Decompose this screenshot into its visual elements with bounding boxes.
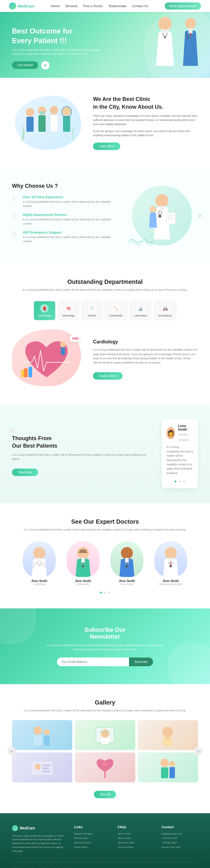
why-title-2: Highly Experienced Doctors [23,213,117,216]
footer-logo-text: MedCare [20,826,35,830]
dept-tab-laboratory[interactable]: 🔬 Laboratory [130,301,152,320]
svg-point-34 [82,565,84,567]
footer-phone-1[interactable]: + 00 000 1234 [161,837,198,840]
dept-tab-neurology-label: Neurology [62,314,75,317]
dept-heading: Outstanding Departmental [12,278,198,285]
view-more-testimonials-button[interactable]: View More [12,469,38,476]
dept-tab-neurology[interactable]: 🧠 Neurology [58,301,79,320]
dot-2[interactable] [179,480,181,483]
doctor-4-svg [156,544,186,577]
testimonial-left: " Thoughts From Our Best Patients It is … [12,432,153,476]
gallery-img-2-svg [90,723,120,747]
doctor-specialty-2: Orthopedic [63,583,103,586]
nav-find-doctor[interactable]: Find a Doctor [83,4,103,8]
learn-more-button[interactable]: Learn More [93,143,120,150]
neurology-icon: 🧠 [64,304,73,313]
doctor-specialty-4: Medicine Specialist [151,583,190,586]
footer-description: There are many variations of passages of… [12,834,67,853]
footer-logo: MedCare [12,825,67,831]
about-para1: There are many variations of passages of… [93,114,198,127]
svg-rect-6 [26,117,34,132]
nav-testimonials[interactable]: Testimonials [108,4,127,8]
why-doctor-svg [136,189,187,243]
about-para2: If you are going to use a passage of Lor… [93,129,198,138]
dot-1[interactable] [175,480,176,483]
footer-bottom: © 2023 Copyright Reserved | Designed By … [12,862,198,868]
doctors-dot-1[interactable] [100,592,102,593]
footer-faq-4[interactable]: Terms & Policy [117,846,154,848]
why-item-3: 3 24/7 Emergency Support It is a long es… [12,230,117,243]
orthopedic-icon: 🦴 [112,304,120,313]
get-started-button[interactable]: Get Started [12,61,38,69]
gallery-prev-arrow[interactable]: ‹ [7,747,16,755]
why-heading: Why Choose Us ? [12,183,117,189]
svg-point-10 [50,106,58,114]
why-desc-2: It is a long established fact that a rea… [23,218,117,226]
doctors-dot-3[interactable] [108,592,110,593]
svg-rect-36 [125,558,129,563]
doctor-name-4: Jhon Smith [151,579,190,583]
dot-3[interactable] [183,480,185,483]
footer-email[interactable]: info@example.com [161,832,198,835]
svg-rect-29 [37,558,41,563]
doctor-card-4: Jhon Smith Medicine Specialist [151,541,190,586]
doctor-photo-4 [154,541,187,577]
svg-point-18 [158,215,161,218]
svg-rect-55 [42,767,49,769]
footer-links-heading: Links [74,825,111,829]
doctor-card-1: Jhon Smith Cardiology [20,541,59,586]
svg-point-46 [101,730,109,738]
gallery-next-arrow[interactable]: › [194,747,203,755]
dept-tab-orthopedic[interactable]: 🦴 Orthopedic [105,301,127,320]
wave-decoration-svg [129,237,153,246]
svg-point-5 [26,108,34,117]
footer-link-1[interactable]: Popular Therapy [74,832,111,835]
logo-icon [9,2,16,9]
svg-point-35 [121,547,133,559]
book-appointment-button[interactable]: Book Appointment [165,2,201,9]
dept-tab-dental[interactable]: 🦷 Dental [82,301,103,320]
doctor-1-svg [24,544,54,577]
newsletter-subscribe-button[interactable]: Subscribe [129,657,153,666]
footer-link-3[interactable]: About the Clinic [74,841,111,844]
footer-faq-2[interactable]: What is this? [117,837,154,840]
gallery-item-5 [75,752,135,782]
testimonial-description: It is a long established fact that a rea… [12,453,153,461]
nav-home[interactable]: Home [51,4,60,8]
newsletter-email-input[interactable] [57,657,129,666]
why-next-arrow[interactable]: › [199,212,201,219]
gallery-img-6-svg [153,755,183,779]
doctors-heading: See Our Expert Doctors [12,518,198,525]
footer-faq-3[interactable]: About the Clinic [117,841,154,844]
svg-rect-54 [42,765,51,766]
footer-link-4[interactable]: Latest News [74,846,111,848]
nav-services[interactable]: Services [65,4,78,8]
dept-tab-emergency[interactable]: 🚑 Emergency [154,301,177,320]
dept-tab-cardiology-label: Cardiology [38,314,51,317]
footer-link-2[interactable]: Find a Doctor [74,837,111,840]
footer-faq-1[interactable]: How to use? [117,832,154,835]
gallery-view-all-button[interactable]: View All [94,791,116,798]
dept-description: It is a long established fact that a rea… [93,348,198,365]
doctor-specialty-3: Neurology [107,583,147,586]
gallery-subtitle: It is a long established fact that a rea… [12,708,198,713]
nav-contact[interactable]: Contact Us [132,4,148,8]
about-text: We Are the Best Clinic in the City, Know… [93,95,198,150]
laboratory-icon: 🔬 [136,304,145,313]
hero-doctors-illustration [144,15,210,78]
nl-blob-2 [168,642,210,684]
gallery-item-6 [138,752,198,782]
doctor-name-2: Jhon Smith [63,579,103,583]
about-blob [15,96,81,150]
svg-point-3 [185,18,196,29]
cardiology-icon: 🫀 [40,304,49,313]
doctors-dot-2[interactable] [104,592,106,593]
footer-phone-2[interactable]: + 00 001 4567 [161,841,198,844]
explore-more-button[interactable]: Explore More [93,372,123,380]
play-button[interactable] [41,61,50,69]
svg-rect-16 [160,206,164,212]
gallery-img-3-svg [153,723,183,747]
gallery-img-5-svg [90,755,120,779]
doctor-name-1: Jhon Smith [20,579,59,583]
dept-tab-cardiology[interactable]: 🫀 Cardiology [34,301,55,320]
